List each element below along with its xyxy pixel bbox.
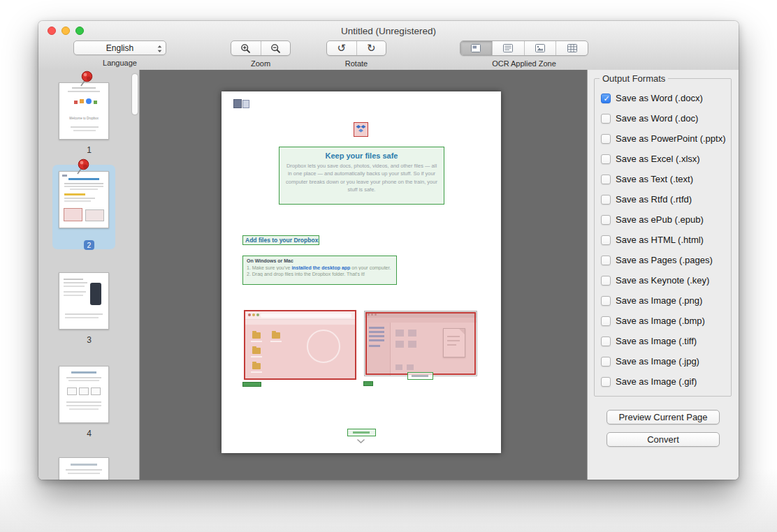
format-label: Save as HTML (.html)	[616, 235, 704, 245]
ocr-caption-zone[interactable]	[242, 382, 261, 387]
format-label: Save as Image (.gif)	[616, 376, 697, 387]
sidebar-scrollbar-thumb[interactable]	[132, 74, 138, 114]
format-row-xlsx[interactable]: Save as Excel (.xlsx)	[601, 149, 728, 169]
format-label: Save as Excel (.xlsx)	[616, 154, 700, 164]
language-value: English	[106, 43, 133, 53]
ocr-image-zone-left[interactable]	[244, 310, 356, 380]
window-title: Untitled (Unregistered)	[38, 21, 739, 41]
format-list: Save as Word (.docx) Save as Word (.doc)…	[601, 88, 728, 392]
format-row-html[interactable]: Save as HTML (.html)	[601, 230, 728, 250]
folder-icon	[252, 348, 261, 354]
doc-heading: Keep your files safe	[279, 152, 444, 160]
format-row-pages[interactable]: Save as Pages (.pages)	[601, 250, 728, 270]
language-select[interactable]: English	[73, 40, 166, 55]
zoom-out-button[interactable]	[261, 41, 291, 55]
format-row-text[interactable]: Save as Text (.text)	[601, 169, 728, 189]
ocr-image-zone-logo[interactable]	[354, 122, 368, 137]
format-checkbox[interactable]	[601, 256, 611, 265]
close-button[interactable]	[48, 27, 56, 35]
format-checkbox[interactable]	[601, 296, 611, 306]
ocr-image-zone-right[interactable]	[365, 312, 476, 375]
image-zone-icon	[535, 43, 546, 53]
selection-handle[interactable]	[233, 99, 242, 108]
format-label: Save as Pages (.pages)	[616, 255, 713, 265]
text-zone-icon	[502, 43, 514, 53]
pushpin-icon	[73, 158, 92, 176]
page-number: 1	[87, 145, 92, 155]
language-label: Language	[73, 59, 166, 67]
doc-steps-heading: On Windows or Mac	[247, 258, 393, 263]
format-row-gif[interactable]: Save as Image (.gif)	[601, 371, 728, 392]
format-checkbox[interactable]	[601, 134, 611, 144]
rotate-label: Rotate	[326, 59, 386, 68]
ocr-caption-zone[interactable]	[407, 372, 433, 380]
format-checkbox[interactable]	[601, 276, 611, 286]
format-checkbox[interactable]	[601, 235, 611, 245]
format-label: Save as Keynote (.key)	[616, 275, 709, 286]
format-row-pptx[interactable]: Save as PowerPoint (.pptx)	[601, 128, 728, 149]
format-row-png[interactable]: Save as Image (.png)	[601, 290, 728, 311]
format-checkbox[interactable]	[601, 94, 611, 103]
doc-step-1: 1. Make sure you've installed the deskto…	[247, 265, 393, 270]
format-checkbox[interactable]	[601, 357, 611, 367]
page-thumbnail[interactable]	[59, 366, 109, 423]
ocr-text-zone-subheading[interactable]: Add files to your Dropbox	[242, 235, 319, 245]
page-thumbnail[interactable]: Welcome to Dropbox	[59, 82, 109, 140]
page-thumbnail[interactable]	[59, 457, 109, 480]
format-row-keynote[interactable]: Save as Keynote (.key)	[601, 270, 728, 290]
format-checkbox[interactable]	[601, 215, 611, 225]
language-group: English Language	[73, 40, 166, 67]
ocr-zone-label: OCR Applied Zone	[460, 59, 588, 68]
output-formats-groupbox: Output Formats Save as Word (.docx) Save…	[594, 78, 732, 397]
format-row-tiff[interactable]: Save as Image (.tiff)	[601, 331, 728, 351]
format-row-docx[interactable]: Save as Word (.docx)	[601, 88, 728, 108]
format-row-jpg[interactable]: Save as Image (.jpg)	[601, 351, 728, 371]
footer-chevron-icon	[356, 438, 365, 444]
format-label: Save as ePub (.epub)	[616, 214, 704, 225]
ocr-select-zone-button[interactable]	[460, 41, 492, 55]
rotate-cw-button[interactable]: ↻	[356, 41, 386, 55]
watermark-circle	[307, 330, 340, 363]
ocr-text-zone-intro[interactable]: Keep your files safe Dropbox lets you sa…	[279, 147, 444, 205]
format-checkbox[interactable]	[601, 337, 611, 346]
rotate-cw-icon: ↻	[367, 41, 376, 55]
desktop-app-link[interactable]: installed the desktop app	[291, 265, 350, 270]
format-row-doc[interactable]: Save as Word (.doc)	[601, 108, 728, 128]
format-label: Save as Text (.text)	[616, 174, 693, 184]
zoom-group: Zoom	[231, 40, 291, 68]
ocr-image-zone-button[interactable]	[524, 41, 556, 55]
format-checkbox[interactable]	[601, 114, 611, 124]
doc-step-2: 2. Drag and drop files into the Dropbox …	[247, 272, 393, 276]
format-row-bmp[interactable]: Save as Image (.bmp)	[601, 311, 728, 331]
titlebar: Untitled (Unregistered)	[38, 21, 739, 40]
ocr-footer-zone[interactable]	[347, 429, 376, 436]
format-checkbox[interactable]	[601, 377, 611, 387]
convert-button[interactable]: Convert	[607, 432, 720, 447]
dropbox-logo-icon	[355, 123, 367, 135]
ocr-table-zone-button[interactable]	[555, 41, 588, 55]
format-checkbox[interactable]	[601, 175, 611, 184]
fullscreen-button[interactable]	[75, 27, 84, 35]
format-checkbox[interactable]	[601, 316, 611, 326]
format-checkbox[interactable]	[601, 195, 611, 205]
ocr-caption-zone[interactable]	[363, 381, 373, 386]
document-canvas: Keep your files safe Dropbox lets you sa…	[140, 70, 587, 480]
rotate-ccw-button[interactable]: ↺	[327, 41, 356, 55]
ocr-text-zone-button[interactable]	[492, 41, 524, 55]
zoom-in-icon	[240, 43, 251, 54]
format-checkbox[interactable]	[601, 154, 611, 164]
format-row-epub[interactable]: Save as ePub (.epub)	[601, 209, 728, 230]
minimize-button[interactable]	[61, 27, 70, 35]
zoom-in-button[interactable]	[231, 41, 261, 55]
rotate-group: ↺ ↻ Rotate	[326, 40, 386, 68]
page-thumbnail[interactable]	[59, 272, 109, 330]
document-page[interactable]: Keep your files safe Dropbox lets you sa…	[222, 91, 501, 453]
format-label: Save as Image (.jpg)	[616, 356, 699, 367]
selection-handle[interactable]	[242, 100, 249, 108]
ocr-text-zone-steps[interactable]: On Windows or Mac 1. Make sure you've in…	[242, 256, 397, 285]
format-row-rtfd[interactable]: Save as Rtfd (.rtfd)	[601, 189, 728, 209]
zoom-label: Zoom	[231, 59, 291, 68]
format-label: Save as Image (.png)	[616, 295, 702, 306]
page-thumbnail[interactable]	[59, 171, 109, 228]
preview-current-page-button[interactable]: Preview Current Page	[607, 410, 720, 424]
